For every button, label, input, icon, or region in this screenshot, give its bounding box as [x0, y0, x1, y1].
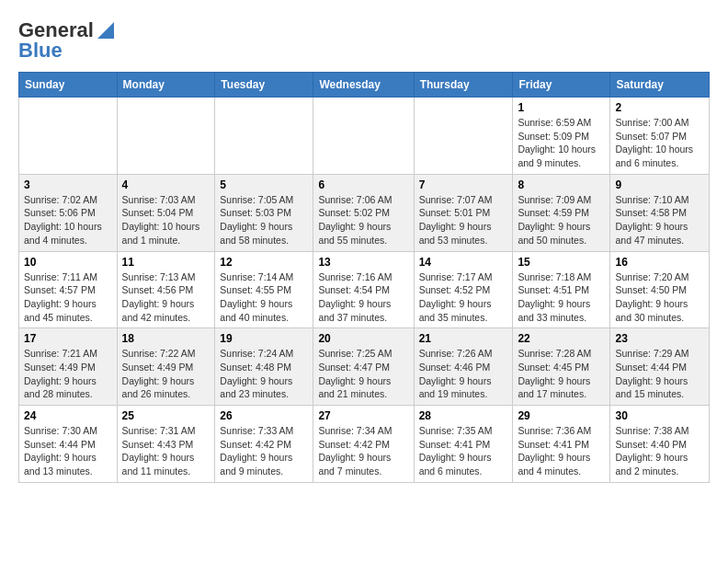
day-number: 11 — [122, 256, 210, 269]
calendar-cell — [19, 98, 118, 175]
day-info: Sunrise: 7:10 AM Sunset: 4:58 PM Dayligh… — [615, 193, 704, 247]
calendar-cell: 18Sunrise: 7:22 AM Sunset: 4:49 PM Dayli… — [117, 328, 215, 406]
day-info: Sunrise: 7:36 AM Sunset: 4:41 PM Dayligh… — [518, 424, 605, 478]
day-number: 25 — [122, 409, 210, 422]
day-number: 14 — [419, 256, 508, 269]
day-info: Sunrise: 7:26 AM Sunset: 4:46 PM Dayligh… — [419, 347, 508, 401]
day-number: 3 — [24, 178, 112, 191]
day-number: 22 — [518, 332, 605, 345]
day-info: Sunrise: 7:33 AM Sunset: 4:42 PM Dayligh… — [220, 424, 308, 478]
day-number: 6 — [318, 178, 408, 191]
day-number: 15 — [518, 256, 605, 269]
day-number: 12 — [220, 256, 308, 269]
header: General Blue — [18, 18, 710, 63]
calendar-cell: 26Sunrise: 7:33 AM Sunset: 4:42 PM Dayli… — [215, 406, 313, 483]
calendar-header-saturday: Saturday — [610, 73, 710, 98]
day-info: Sunrise: 6:59 AM Sunset: 5:09 PM Dayligh… — [518, 116, 605, 170]
svg-marker-0 — [97, 22, 114, 39]
calendar-cell — [313, 98, 414, 175]
day-number: 5 — [220, 178, 308, 191]
day-number: 2 — [615, 101, 704, 114]
calendar-cell — [215, 98, 313, 175]
logo: General Blue — [18, 18, 114, 63]
day-info: Sunrise: 7:31 AM Sunset: 4:43 PM Dayligh… — [122, 424, 210, 478]
day-number: 9 — [615, 178, 704, 191]
day-info: Sunrise: 7:02 AM Sunset: 5:06 PM Dayligh… — [24, 193, 112, 247]
calendar-table: SundayMondayTuesdayWednesdayThursdayFrid… — [18, 72, 710, 483]
calendar-cell — [414, 98, 513, 175]
calendar-cell: 24Sunrise: 7:30 AM Sunset: 4:44 PM Dayli… — [19, 406, 118, 483]
day-info: Sunrise: 7:17 AM Sunset: 4:52 PM Dayligh… — [419, 270, 508, 325]
calendar-cell: 23Sunrise: 7:29 AM Sunset: 4:44 PM Dayli… — [610, 328, 710, 406]
day-info: Sunrise: 7:29 AM Sunset: 4:44 PM Dayligh… — [615, 347, 704, 401]
day-info: Sunrise: 7:06 AM Sunset: 5:02 PM Dayligh… — [318, 193, 408, 247]
calendar-cell — [117, 98, 215, 175]
calendar-week-row: 1Sunrise: 6:59 AM Sunset: 5:09 PM Daylig… — [19, 98, 710, 175]
day-info: Sunrise: 7:22 AM Sunset: 4:49 PM Dayligh… — [122, 347, 210, 401]
day-number: 24 — [24, 409, 112, 422]
calendar-cell: 29Sunrise: 7:36 AM Sunset: 4:41 PM Dayli… — [513, 406, 610, 483]
calendar-header-monday: Monday — [117, 73, 215, 98]
day-number: 10 — [24, 256, 112, 269]
calendar-cell: 22Sunrise: 7:28 AM Sunset: 4:45 PM Dayli… — [513, 328, 610, 406]
calendar-cell: 5Sunrise: 7:05 AM Sunset: 5:03 PM Daylig… — [215, 174, 313, 251]
day-info: Sunrise: 7:03 AM Sunset: 5:04 PM Dayligh… — [122, 193, 210, 247]
calendar-cell: 21Sunrise: 7:26 AM Sunset: 4:46 PM Dayli… — [414, 328, 513, 406]
logo-triangle-icon — [97, 22, 114, 39]
calendar-cell: 9Sunrise: 7:10 AM Sunset: 4:58 PM Daylig… — [610, 174, 710, 251]
calendar-cell: 15Sunrise: 7:18 AM Sunset: 4:51 PM Dayli… — [513, 251, 610, 328]
calendar-header-wednesday: Wednesday — [313, 73, 414, 98]
day-number: 7 — [419, 178, 508, 191]
day-number: 27 — [318, 409, 408, 422]
day-info: Sunrise: 7:09 AM Sunset: 4:59 PM Dayligh… — [518, 193, 605, 247]
calendar-cell: 11Sunrise: 7:13 AM Sunset: 4:56 PM Dayli… — [117, 251, 215, 328]
day-number: 20 — [318, 332, 408, 345]
day-info: Sunrise: 7:18 AM Sunset: 4:51 PM Dayligh… — [518, 270, 605, 325]
day-info: Sunrise: 7:34 AM Sunset: 4:42 PM Dayligh… — [318, 424, 408, 478]
calendar-cell: 19Sunrise: 7:24 AM Sunset: 4:48 PM Dayli… — [215, 328, 313, 406]
calendar-cell: 16Sunrise: 7:20 AM Sunset: 4:50 PM Dayli… — [610, 251, 710, 328]
day-info: Sunrise: 7:24 AM Sunset: 4:48 PM Dayligh… — [220, 347, 308, 401]
calendar-cell: 7Sunrise: 7:07 AM Sunset: 5:01 PM Daylig… — [414, 174, 513, 251]
day-number: 21 — [419, 332, 508, 345]
calendar-header-tuesday: Tuesday — [215, 73, 313, 98]
calendar-body: 1Sunrise: 6:59 AM Sunset: 5:09 PM Daylig… — [19, 98, 710, 483]
day-info: Sunrise: 7:30 AM Sunset: 4:44 PM Dayligh… — [24, 424, 112, 478]
calendar-cell: 17Sunrise: 7:21 AM Sunset: 4:49 PM Dayli… — [19, 328, 118, 406]
day-info: Sunrise: 7:11 AM Sunset: 4:57 PM Dayligh… — [24, 270, 112, 325]
day-info: Sunrise: 7:35 AM Sunset: 4:41 PM Dayligh… — [419, 424, 508, 478]
calendar-cell: 3Sunrise: 7:02 AM Sunset: 5:06 PM Daylig… — [19, 174, 118, 251]
calendar-cell: 2Sunrise: 7:00 AM Sunset: 5:07 PM Daylig… — [610, 98, 710, 175]
day-info: Sunrise: 7:28 AM Sunset: 4:45 PM Dayligh… — [518, 347, 605, 401]
day-number: 4 — [122, 178, 210, 191]
day-info: Sunrise: 7:07 AM Sunset: 5:01 PM Dayligh… — [419, 193, 508, 247]
day-info: Sunrise: 7:13 AM Sunset: 4:56 PM Dayligh… — [122, 270, 210, 325]
calendar-header-row: SundayMondayTuesdayWednesdayThursdayFrid… — [19, 73, 710, 98]
calendar-week-row: 10Sunrise: 7:11 AM Sunset: 4:57 PM Dayli… — [19, 251, 710, 328]
calendar-cell: 27Sunrise: 7:34 AM Sunset: 4:42 PM Dayli… — [313, 406, 414, 483]
day-number: 23 — [615, 332, 704, 345]
calendar-cell: 30Sunrise: 7:38 AM Sunset: 4:40 PM Dayli… — [610, 406, 710, 483]
calendar-cell: 25Sunrise: 7:31 AM Sunset: 4:43 PM Dayli… — [117, 406, 215, 483]
day-info: Sunrise: 7:21 AM Sunset: 4:49 PM Dayligh… — [24, 347, 112, 401]
day-info: Sunrise: 7:14 AM Sunset: 4:55 PM Dayligh… — [220, 270, 308, 325]
calendar-cell: 4Sunrise: 7:03 AM Sunset: 5:04 PM Daylig… — [117, 174, 215, 251]
calendar-cell: 8Sunrise: 7:09 AM Sunset: 4:59 PM Daylig… — [513, 174, 610, 251]
calendar-cell: 6Sunrise: 7:06 AM Sunset: 5:02 PM Daylig… — [313, 174, 414, 251]
day-number: 17 — [24, 332, 112, 345]
calendar-cell: 1Sunrise: 6:59 AM Sunset: 5:09 PM Daylig… — [513, 98, 610, 175]
day-info: Sunrise: 7:20 AM Sunset: 4:50 PM Dayligh… — [615, 270, 704, 325]
day-number: 30 — [615, 409, 704, 422]
calendar-cell: 13Sunrise: 7:16 AM Sunset: 4:54 PM Dayli… — [313, 251, 414, 328]
day-info: Sunrise: 7:38 AM Sunset: 4:40 PM Dayligh… — [615, 424, 704, 478]
day-number: 28 — [419, 409, 508, 422]
day-info: Sunrise: 7:05 AM Sunset: 5:03 PM Dayligh… — [220, 193, 308, 247]
day-info: Sunrise: 7:00 AM Sunset: 5:07 PM Dayligh… — [615, 116, 704, 170]
day-number: 13 — [318, 256, 408, 269]
calendar-cell: 10Sunrise: 7:11 AM Sunset: 4:57 PM Dayli… — [19, 251, 118, 328]
day-number: 16 — [615, 256, 704, 269]
logo-blue: Blue — [18, 39, 63, 63]
calendar-header-sunday: Sunday — [19, 73, 118, 98]
calendar-cell: 14Sunrise: 7:17 AM Sunset: 4:52 PM Dayli… — [414, 251, 513, 328]
calendar-cell: 12Sunrise: 7:14 AM Sunset: 4:55 PM Dayli… — [215, 251, 313, 328]
